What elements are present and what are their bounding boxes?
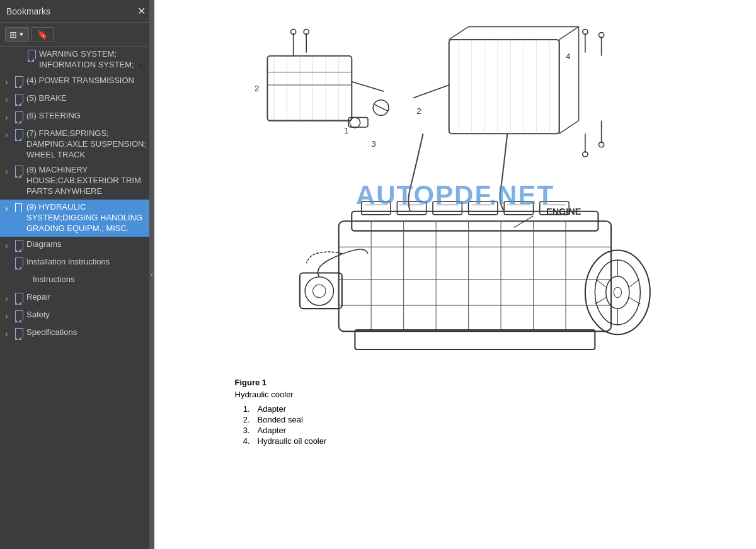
figure-caption: Figure 1 Hydraulic cooler 1. Adapter 2. … (235, 378, 676, 447)
sidebar-item-label: Repair (26, 292, 152, 303)
bookmark-action-button[interactable]: 🔖 (32, 27, 54, 42)
sidebar-item-brake[interactable]: (5) BRAKE (0, 91, 154, 108)
close-button[interactable]: ✕ (135, 4, 148, 18)
svg-line-81 (629, 280, 638, 287)
expand-arrow-icon (5, 77, 15, 87)
figure-item-label: Hydraulic oil cooler (258, 436, 327, 446)
sidebar-item-label: (8) MACHINERY HOUSE;CAB;EXTERIOR TRIM PA… (26, 165, 152, 197)
bookmark-indicator (15, 94, 26, 103)
sidebar-item-diagrams[interactable]: Diagrams (0, 237, 154, 254)
svg-rect-49 (338, 221, 610, 331)
svg-line-14 (352, 82, 384, 91)
sidebar-item-label: (7) FRAME;SPRINGS; DAMPING;AXLE SUSPENSI… (26, 128, 152, 161)
svg-text:1: 1 (343, 126, 348, 135)
svg-line-22 (449, 26, 468, 40)
sidebar-toolbar: ⊞ ▼ 🔖 (0, 23, 154, 47)
bookmark-flag-icon (15, 129, 23, 139)
svg-text:V1076296: V1076296 (533, 370, 566, 371)
bookmark-flag-icon (15, 111, 23, 121)
figure-item-label: Adapter (258, 404, 287, 414)
bookmark-flag-icon (15, 240, 23, 249)
expand-arrow-icon (5, 94, 15, 105)
svg-rect-4 (267, 56, 352, 121)
figure-item-num: 3. (238, 426, 250, 435)
sidebar-item-installation-instructions[interactable]: Installation Instructions (0, 254, 154, 272)
expand-arrow-icon (5, 203, 15, 213)
diagram-area: AUTOPDF.NET 2 (235, 19, 676, 371)
engine-diagram-svg: 2 1 3 (235, 19, 676, 371)
svg-line-83 (629, 298, 640, 304)
sidebar-item-specifications[interactable]: Specifications (0, 325, 154, 342)
bookmark-indicator (15, 76, 26, 86)
bookmark-flag-icon (15, 203, 22, 212)
figure-list-item: 2. Bonded seal (235, 415, 676, 424)
sidebar-content[interactable]: WARNING SYSTEM; INFORMATION SYSTEM; (4) … (0, 47, 154, 549)
svg-rect-54 (468, 201, 497, 215)
layout-dropdown-button[interactable]: ⊞ ▼ (5, 27, 29, 42)
figure-item-label: Bonded seal (258, 415, 303, 424)
sidebar-item-label: Specifications (26, 327, 152, 338)
page-area: AUTOPDF.NET 2 (154, 0, 756, 549)
svg-rect-84 (299, 273, 341, 309)
svg-point-86 (312, 285, 326, 298)
main-content: AUTOPDF.NET 2 (154, 0, 756, 549)
svg-rect-21 (449, 40, 559, 133)
svg-text:2: 2 (254, 84, 258, 93)
svg-point-85 (305, 277, 333, 305)
svg-rect-55 (504, 201, 533, 215)
sidebar-title: Bookmarks (6, 6, 50, 16)
svg-text:3: 3 (371, 139, 375, 149)
sidebar-item-installation-instructions-child[interactable]: Instructions (0, 272, 154, 290)
sidebar-item-machinery-house[interactable]: (8) MACHINERY HOUSE;CAB;EXTERIOR TRIM PA… (0, 162, 154, 200)
expand-arrow-icon (5, 293, 15, 303)
bookmark-flag-icon (15, 310, 23, 320)
resize-arrow-icon: ‹ (151, 270, 153, 279)
svg-point-77 (614, 287, 621, 297)
dropdown-arrow-icon: ▼ (18, 31, 25, 38)
bookmark-indicator (15, 203, 26, 212)
figure-item-num: 4. (238, 436, 250, 446)
figure-list-item: 3. Adapter (235, 426, 676, 435)
svg-line-23 (559, 26, 578, 40)
figure-item-label: Adapter (258, 426, 287, 435)
sidebar-item-frame-springs[interactable]: (7) FRAME;SPRINGS; DAMPING;AXLE SUSPENSI… (0, 126, 154, 163)
svg-point-19 (350, 117, 360, 127)
sidebar-item-label: WARNING SYSTEM; INFORMATION SYSTEM; (39, 49, 152, 71)
bookmark-indicator (15, 258, 26, 267)
bookmark-indicator (15, 240, 26, 249)
bookmark-flag-icon (15, 328, 23, 337)
sidebar-item-power-transmission[interactable]: (4) POWER TRANSMISSION (0, 73, 154, 91)
sidebar-item-label: (6) STEERING (26, 111, 152, 122)
sidebar-item-hydraulic-system[interactable]: (9) HYDRAULIC SYSTEM;DIGGING HANDLING GR… (0, 200, 154, 237)
figure-list: 1. Adapter 2. Bonded seal 3. Adapter 4. … (235, 404, 676, 446)
svg-line-16 (374, 105, 387, 111)
svg-line-80 (596, 280, 605, 287)
svg-rect-52 (397, 201, 426, 215)
svg-rect-51 (361, 201, 390, 215)
sidebar-item-safety[interactable]: Safety (0, 307, 154, 325)
svg-line-82 (595, 298, 606, 304)
bookmark-indicator (15, 310, 26, 320)
svg-line-45 (413, 85, 449, 98)
bookmark-flag-icon (15, 293, 23, 302)
bookmark-indicator (15, 166, 26, 175)
svg-rect-73 (355, 330, 595, 349)
sidebar: Bookmarks ✕ ⊞ ▼ 🔖 WARNING SYSTEM; INFORM… (0, 0, 154, 549)
sidebar-item-label: Safety (26, 310, 152, 320)
figure-item-num: 1. (238, 404, 250, 414)
expand-arrow-icon (5, 166, 15, 176)
expand-arrow-icon (5, 130, 15, 140)
grid-icon: ⊞ (9, 30, 17, 40)
sidebar-item-warning-system[interactable]: WARNING SYSTEM; INFORMATION SYSTEM; (0, 47, 154, 73)
sidebar-item-repair[interactable]: Repair (0, 290, 154, 307)
sidebar-resize-handle[interactable]: ‹ (149, 0, 154, 549)
sidebar-item-steering[interactable]: (6) STEERING (0, 108, 154, 126)
figure-title: Figure 1 (235, 378, 676, 387)
expand-arrow-icon (5, 311, 15, 321)
bookmark-flag-icon (15, 76, 23, 86)
sidebar-item-label: (4) POWER TRANSMISSION (26, 76, 152, 86)
svg-text:2: 2 (416, 106, 421, 116)
expand-arrow-icon (5, 112, 15, 122)
svg-text:4: 4 (566, 52, 571, 61)
bookmark-flag-icon (28, 50, 35, 59)
